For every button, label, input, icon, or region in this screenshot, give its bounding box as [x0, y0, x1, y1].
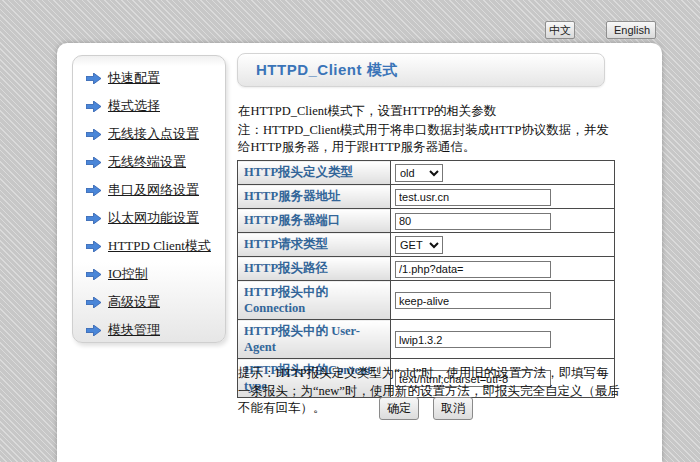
field-value-cell: GET [391, 233, 615, 257]
field-select[interactable]: old [395, 164, 443, 182]
description-text: 在HTTPD_Client模式下，设置HTTP的相关参数 [238, 103, 616, 120]
arrow-right-icon [86, 185, 101, 196]
sidebar-item[interactable]: 无线终端设置 [73, 148, 225, 176]
language-english-button[interactable]: English [606, 21, 656, 39]
sidebar-item-label: 以太网功能设置 [108, 209, 199, 227]
table-row: HTTP报头中的 Connection [238, 281, 615, 320]
arrow-right-icon [86, 73, 101, 84]
field-label: HTTP报头定义类型 [238, 161, 391, 185]
sidebar-item[interactable]: HTTPD Client模式 [73, 232, 225, 260]
cancel-button[interactable]: 取消 [433, 397, 473, 420]
sidebar-item-label: 串口及网络设置 [108, 181, 199, 199]
table-row: HTTP请求类型GET [238, 233, 615, 257]
field-input[interactable] [395, 261, 551, 278]
arrow-right-icon [86, 325, 101, 336]
sidebar-item-label: 快速配置 [108, 69, 160, 87]
field-input[interactable] [395, 189, 551, 206]
page-title: HTTPD_Client 模式 [256, 61, 398, 80]
field-label: HTTP服务器地址 [238, 185, 391, 209]
ok-button[interactable]: 确定 [379, 397, 419, 420]
sidebar-item-label: IO控制 [108, 265, 148, 283]
field-value-cell [391, 257, 615, 281]
sidebar-item[interactable]: 模块管理 [73, 316, 225, 344]
sidebar-item[interactable]: 快速配置 [73, 64, 225, 92]
sidebar-item[interactable]: 以太网功能设置 [73, 204, 225, 232]
settings-table-body: HTTP报头定义类型oldHTTP服务器地址HTTP服务器端口HTTP请求类型G… [238, 161, 615, 398]
field-input[interactable] [395, 213, 551, 230]
sidebar-item-label: 模式选择 [108, 97, 160, 115]
note-text: 注：HTTPD_Client模式用于将串口数据封装成HTTP协议数据，并发给HT… [238, 122, 616, 156]
field-input[interactable] [395, 331, 551, 348]
language-chinese-button[interactable]: 中文 [545, 21, 575, 39]
main-panel: 快速配置模式选择无线接入点设置无线终端设置串口及网络设置以太网功能设置HTTPD… [57, 43, 662, 462]
arrow-right-icon [86, 241, 101, 252]
arrow-right-icon [86, 213, 101, 224]
field-value-cell [391, 281, 615, 320]
field-input[interactable] [395, 292, 551, 309]
arrow-right-icon [86, 157, 101, 168]
table-row: HTTP报头定义类型old [238, 161, 615, 185]
field-value-cell: old [391, 161, 615, 185]
sidebar-item-label: HTTPD Client模式 [108, 237, 211, 255]
sidebar-item[interactable]: IO控制 [73, 260, 225, 288]
sidebar-item-label: 模块管理 [108, 321, 160, 339]
arrow-right-icon [86, 269, 101, 280]
field-label: HTTP服务器端口 [238, 209, 391, 233]
sidebar-item[interactable]: 高级设置 [73, 288, 225, 316]
field-value-cell [391, 320, 615, 359]
table-row: HTTP报头中的 User-Agent [238, 320, 615, 359]
sidebar-item-label: 无线接入点设置 [108, 125, 199, 143]
field-label: HTTP报头中的 Connection [238, 281, 391, 320]
settings-table: HTTP报头定义类型oldHTTP服务器地址HTTP服务器端口HTTP请求类型G… [237, 160, 615, 398]
arrow-right-icon [86, 101, 101, 112]
arrow-right-icon [86, 297, 101, 308]
sidebar-item[interactable]: 无线接入点设置 [73, 120, 225, 148]
sidebar-item-label: 无线终端设置 [108, 153, 186, 171]
field-label: HTTP报头路径 [238, 257, 391, 281]
sidebar-item[interactable]: 模式选择 [73, 92, 225, 120]
sidebar-item[interactable]: 串口及网络设置 [73, 176, 225, 204]
page-title-box: HTTPD_Client 模式 [237, 53, 605, 87]
field-value-cell [391, 209, 615, 233]
sidebar-item-label: 高级设置 [108, 293, 160, 311]
table-row: HTTP服务器地址 [238, 185, 615, 209]
field-select[interactable]: GET [395, 236, 443, 254]
sidebar-menu: 快速配置模式选择无线接入点设置无线终端设置串口及网络设置以太网功能设置HTTPD… [72, 55, 226, 343]
button-row: 确定 取消 [237, 397, 615, 420]
field-label: HTTP报头中的 User-Agent [238, 320, 391, 359]
table-row: HTTP服务器端口 [238, 209, 615, 233]
field-value-cell [391, 185, 615, 209]
arrow-right-icon [86, 129, 101, 140]
field-label: HTTP请求类型 [238, 233, 391, 257]
table-row: HTTP报头路径 [238, 257, 615, 281]
